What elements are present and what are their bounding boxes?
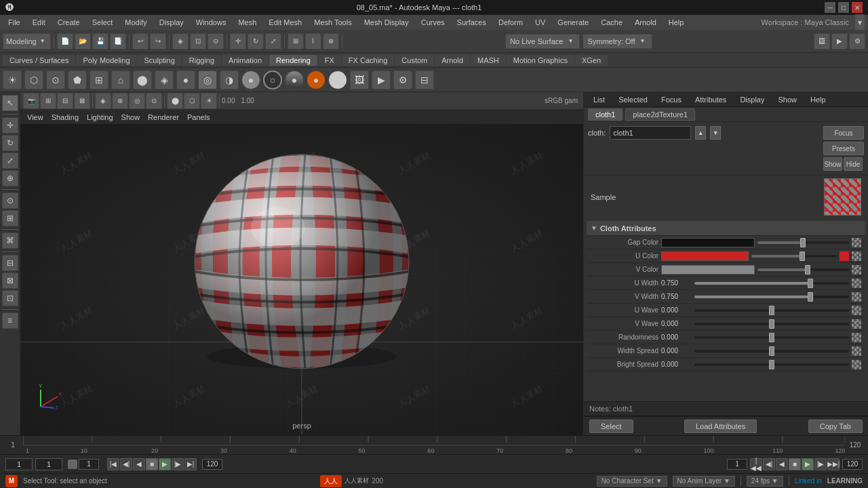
attr-tab-display[interactable]: Display bbox=[734, 94, 770, 105]
vp-menu-panels[interactable]: Panels bbox=[184, 112, 213, 123]
shelf-icon-render5[interactable]: ⌂ bbox=[111, 70, 130, 89]
shelf-icon-sun[interactable]: ☀ bbox=[3, 70, 22, 89]
undo-button[interactable]: ↩ bbox=[132, 33, 149, 49]
scale-btn[interactable]: ⤢ bbox=[2, 152, 18, 169]
vp-component1[interactable]: ⊕ bbox=[112, 93, 128, 109]
maximize-button[interactable]: □ bbox=[838, 2, 849, 13]
vp-wire[interactable]: ⊠ bbox=[74, 93, 90, 109]
v-width-checker[interactable] bbox=[852, 292, 861, 302]
viewport-canvas[interactable]: 人人素材 人人素材 人人素材 人人素材 人人素材 人人素材 人人素材 人人素材 … bbox=[20, 125, 583, 435]
symmetry-dropdown[interactable]: ▼ bbox=[638, 37, 648, 46]
go-to-end-btn[interactable]: ▶| bbox=[184, 458, 197, 470]
randomness-slider[interactable] bbox=[694, 336, 849, 339]
shelf-icon-ipr[interactable]: ▶ bbox=[372, 70, 391, 89]
menu-modify[interactable]: Modify bbox=[119, 17, 152, 28]
vp-component2[interactable]: ◎ bbox=[129, 93, 145, 109]
anim-play-btn[interactable]: ▶ bbox=[802, 458, 814, 470]
anim-step-fwd-btn[interactable]: |▶ bbox=[814, 458, 827, 470]
shelf-icon-settings[interactable]: ⚙ bbox=[393, 70, 412, 89]
shelf-icon-render1[interactable]: ⬡ bbox=[24, 70, 43, 89]
u-width-slider[interactable] bbox=[694, 282, 849, 285]
menu-arnold[interactable]: Arnold bbox=[629, 17, 662, 28]
play-back-btn[interactable]: ◀ bbox=[133, 458, 145, 470]
move-tool-button[interactable]: ✛ bbox=[230, 33, 246, 49]
load-attributes-button[interactable]: Load Attributes bbox=[684, 420, 757, 433]
shelf-icon-mat4[interactable]: ● bbox=[307, 70, 326, 89]
sub-frame-input[interactable] bbox=[35, 458, 62, 470]
shelf-tab-rigging[interactable]: Rigging bbox=[182, 55, 221, 66]
vp-select-mask[interactable]: ◈ bbox=[95, 93, 111, 109]
attr-tab-attributes[interactable]: Attributes bbox=[690, 94, 732, 105]
fps-btn[interactable]: 24 fps ▼ bbox=[747, 476, 783, 487]
shelf-tab-motion-graphics[interactable]: Motion Graphics bbox=[507, 55, 574, 66]
step-fwd-btn[interactable]: |▶ bbox=[172, 458, 184, 470]
shelf-icon-render2[interactable]: ⊙ bbox=[46, 70, 65, 89]
anim-stop-btn[interactable]: ■ bbox=[789, 458, 801, 470]
outliner-btn[interactable]: ≡ bbox=[2, 312, 18, 329]
shelf-tab-rendering[interactable]: Rendering bbox=[269, 55, 317, 66]
shelf-icon-mat5[interactable]: ○ bbox=[328, 70, 347, 89]
attr-tab-show[interactable]: Show bbox=[772, 94, 802, 105]
viewport[interactable]: View Shading Lighting Show Renderer Pane… bbox=[20, 110, 583, 435]
snap-curve-left[interactable]: ⊠ bbox=[2, 272, 18, 289]
show-button[interactable]: Show bbox=[823, 157, 842, 171]
open-scene-button[interactable]: 📂 bbox=[75, 33, 91, 49]
select-tool-button[interactable]: ◈ bbox=[172, 33, 189, 49]
menu-uv[interactable]: UV bbox=[530, 17, 551, 28]
shelf-icon-torus[interactable]: ◎ bbox=[198, 70, 217, 89]
snap-point-button[interactable]: ⊕ bbox=[323, 33, 339, 49]
menu-edit-mesh[interactable]: Edit Mesh bbox=[263, 17, 307, 28]
gap-color-swatch[interactable] bbox=[661, 238, 755, 247]
gap-color-slider[interactable] bbox=[757, 241, 850, 244]
shelf-tab-sculpting[interactable]: Sculpting bbox=[138, 55, 182, 66]
menu-file[interactable]: File bbox=[3, 17, 26, 28]
menu-cache[interactable]: Cache bbox=[595, 17, 628, 28]
paint-tool-button[interactable]: ⊙ bbox=[208, 33, 224, 49]
close-button[interactable]: ✕ bbox=[852, 2, 863, 13]
attr-tab-help[interactable]: Help bbox=[805, 94, 831, 105]
randomness-checker[interactable] bbox=[852, 333, 861, 342]
v-color-checker[interactable] bbox=[852, 265, 861, 274]
scale-tool-button[interactable]: ⤢ bbox=[265, 33, 281, 49]
v-color-swatch[interactable] bbox=[661, 265, 755, 274]
menu-display[interactable]: Display bbox=[154, 17, 189, 28]
attr-tab-focus[interactable]: Focus bbox=[656, 94, 687, 105]
rotate-btn[interactable]: ↻ bbox=[2, 135, 18, 151]
copy-tab-button[interactable]: Copy Tab bbox=[808, 420, 863, 433]
select-button[interactable]: Select bbox=[589, 420, 633, 433]
rotate-tool-button[interactable]: ↻ bbox=[248, 33, 264, 49]
u-width-checker[interactable] bbox=[852, 279, 861, 288]
symmetry-btn[interactable]: ⊞ bbox=[2, 210, 18, 226]
cloth-sample-preview[interactable] bbox=[824, 178, 861, 216]
shelf-tab-animation[interactable]: Animation bbox=[222, 55, 269, 66]
ipr-button[interactable]: ▶ bbox=[831, 33, 848, 49]
attr-tab-list[interactable]: List bbox=[588, 94, 610, 105]
v-width-slider[interactable] bbox=[694, 296, 849, 298]
bright-spread-checker[interactable] bbox=[852, 360, 861, 369]
move-btn[interactable]: ✛ bbox=[2, 117, 18, 134]
render-button[interactable]: 🖼 bbox=[814, 33, 830, 49]
cloth-name-input[interactable] bbox=[610, 126, 691, 140]
shelf-icon-half-sphere[interactable]: ◑ bbox=[220, 70, 239, 89]
menu-mesh-display[interactable]: Mesh Display bbox=[359, 17, 414, 28]
shelf-icon-render-btn[interactable]: 🖼 bbox=[350, 70, 369, 89]
vp-camera[interactable]: 📷 bbox=[23, 93, 39, 109]
gap-color-checker[interactable] bbox=[852, 238, 861, 247]
anim-go-start-btn[interactable]: |◀◀ bbox=[750, 458, 762, 470]
menu-windows[interactable]: Windows bbox=[191, 17, 232, 28]
render-settings-button[interactable]: ⚙ bbox=[849, 33, 865, 49]
menu-mesh-tools[interactable]: Mesh Tools bbox=[309, 17, 357, 28]
node-tab-cloth1[interactable]: cloth1 bbox=[588, 108, 623, 121]
vp-menu-shading[interactable]: Shading bbox=[49, 112, 81, 123]
snap-curve-button[interactable]: ⌇ bbox=[305, 33, 321, 49]
shelf-icon-render7[interactable]: ◈ bbox=[155, 70, 174, 89]
vp-component3[interactable]: ⊙ bbox=[146, 93, 162, 109]
menu-edit[interactable]: Edit bbox=[27, 17, 51, 28]
new-scene-button[interactable]: 📄 bbox=[57, 33, 73, 49]
u-color-checker[interactable] bbox=[852, 251, 861, 261]
save-scene-button[interactable]: 💾 bbox=[92, 33, 108, 49]
snap-grid-left[interactable]: ⊟ bbox=[2, 255, 18, 271]
vp-menu-view[interactable]: View bbox=[24, 112, 46, 123]
shelf-icon-render3[interactable]: ⬟ bbox=[68, 70, 87, 89]
select-btn[interactable]: ↖ bbox=[2, 95, 18, 111]
